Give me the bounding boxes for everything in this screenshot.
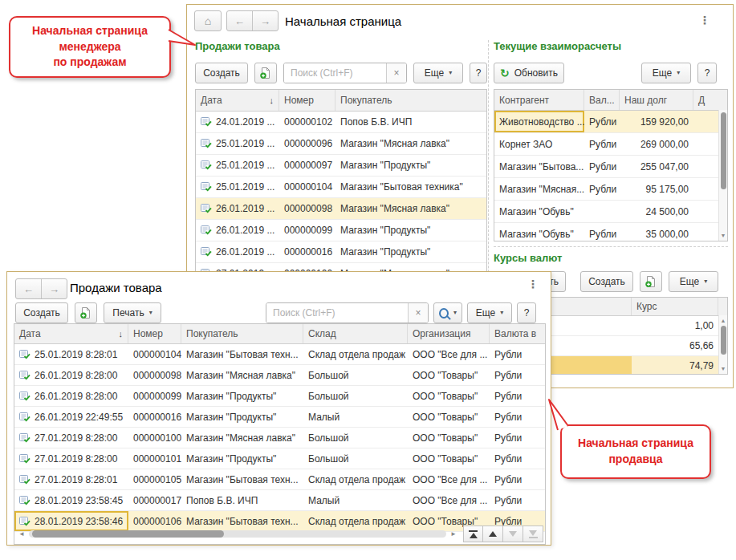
column-organization[interactable]: Организация (408, 324, 490, 343)
currency-value: Рубли (494, 412, 522, 423)
forward-icon: → (260, 15, 270, 27)
table-row[interactable]: 26.01.2019 8:28:00 000000098 Магазин "Мя… (14, 365, 545, 386)
more-button[interactable]: Еще▾ (641, 63, 691, 83)
home-button[interactable]: ⌂ (194, 10, 222, 31)
callout-text: продавца (562, 452, 710, 468)
next-row-button[interactable] (503, 526, 523, 542)
forward-button[interactable]: → (41, 279, 67, 298)
scrollbar-thumb[interactable] (721, 112, 726, 189)
forward-button[interactable]: → (252, 11, 278, 30)
header-filler (718, 298, 727, 315)
column-date[interactable]: Дата↓ (196, 90, 279, 111)
table-row[interactable]: 24.01.2019 ... 000000102 Попов Б.В. ИЧП (196, 112, 486, 133)
create-new-document-button[interactable] (640, 271, 662, 292)
cell-warehouse: Склад отдела продаж (303, 344, 408, 364)
cell-number: 000000104 (279, 177, 335, 197)
refresh-button[interactable]: ↻ Обновить (494, 63, 564, 83)
table-row[interactable]: 26.01.2019 ... 000000016 Магазин "Продук… (196, 241, 486, 263)
menu-icon[interactable]: ⋮ (699, 14, 710, 26)
table-row[interactable]: 25.01.2019 8:28:01 000000104 Магазин "Бы… (14, 344, 545, 365)
column-date[interactable]: Дата↓ (14, 324, 128, 343)
currency-value: Рубли (494, 474, 522, 485)
help-button[interactable]: ? (470, 63, 487, 83)
create-new-document-button[interactable] (75, 302, 97, 323)
scrollbar-thumb[interactable] (721, 326, 726, 355)
column-number[interactable]: Номер (128, 324, 181, 343)
column-contractor[interactable]: Контрагент (494, 90, 584, 110)
cell-buyer: Магазин "Мясная лавка" (181, 365, 303, 385)
help-button[interactable]: ? (697, 63, 717, 83)
date-value: 27.01.2019 8:28:00 (35, 453, 117, 465)
table-row[interactable]: 28.01.2019 23:58:45 000000017 Попов Б.В.… (14, 490, 545, 511)
buyer-value: Магазин "Бытовая техн... (186, 474, 299, 485)
column-our-debt[interactable]: Наш долг (620, 90, 693, 110)
create-button[interactable]: Создать (15, 302, 68, 323)
create-button[interactable]: Создать (195, 63, 248, 83)
chevron-down-icon: ▾ (453, 310, 457, 316)
help-button[interactable]: ? (517, 302, 536, 323)
column-currency[interactable]: Валюта в (490, 324, 545, 343)
column-currency[interactable]: Вал... (584, 90, 620, 110)
table-row[interactable]: Животноводство ... Рубли 159 920,00 (494, 111, 727, 133)
table-row[interactable]: Корнет ЗАО Рубли 269 000,00 (494, 133, 727, 156)
section-divider (494, 246, 728, 247)
column-buyer[interactable]: Покупатель (181, 324, 303, 343)
table-row[interactable]: 26.01.2019 ... 000000098 Магазин "Мясная… (196, 198, 486, 220)
table-row[interactable]: 25.01.2019 ... 000000096 Магазин "Мясная… (196, 133, 486, 155)
more-button[interactable]: Еще▾ (467, 302, 512, 323)
table-row[interactable]: 27.01.2019 8:28:01 000000105 Магазин "Бы… (14, 469, 545, 490)
print-button[interactable]: Печать▾ (104, 302, 161, 323)
menu-icon[interactable]: ⋮ (527, 278, 539, 290)
column-number[interactable]: Номер (279, 90, 335, 111)
create-button[interactable]: Создать (580, 271, 633, 292)
contractor-value: Магазин "Обувь" (499, 206, 574, 217)
help-icon: ? (476, 67, 482, 79)
table-row[interactable]: Магазин "Обувь" Рубли 35 000,00 (494, 223, 727, 241)
back-button[interactable]: ← (227, 11, 252, 30)
scroll-down-icon[interactable]: ▼ (719, 366, 727, 371)
scrollbar-thumb[interactable] (32, 530, 224, 538)
warehouse-value: Малый (308, 412, 340, 423)
vertical-scrollbar[interactable]: ▼ (718, 110, 727, 241)
more-button[interactable]: Еще▾ (413, 63, 463, 83)
search-options-button[interactable]: ▾ (433, 302, 462, 323)
scroll-down-icon[interactable]: ▼ (719, 233, 727, 238)
currency-value: Рубли (494, 432, 522, 444)
table-row[interactable]: 25.01.2019 ... 000000104 Магазин "Бытова… (196, 177, 486, 198)
scroll-left-icon[interactable]: ◄ (18, 531, 25, 538)
cell-number: 000000102 (279, 112, 335, 132)
scroll-right-icon[interactable]: ► (450, 531, 457, 538)
create-button-label: Создать (23, 307, 60, 319)
table-row[interactable]: Магазин "Обувь" 24 500,00 (494, 201, 727, 223)
vertical-scrollbar[interactable]: ▲ ▼ (718, 315, 727, 374)
table-row[interactable]: 25.01.2019 ... 000000097 Магазин "Продук… (196, 155, 486, 177)
clear-search-button[interactable]: × (408, 303, 428, 323)
date-value: 24.01.2019 ... (216, 116, 274, 128)
triangle-up-icon (489, 531, 497, 537)
search-input[interactable] (266, 303, 408, 323)
create-new-document-button[interactable] (254, 63, 277, 83)
horizontal-scrollbar[interactable] (29, 530, 446, 538)
table-row[interactable]: Магазин "Бытова... Рубли 255 047,00 (494, 156, 727, 178)
go-to-last-row-button[interactable] (523, 526, 543, 542)
table-row[interactable]: 26.01.2019 8:28:00 000000099 Магазин "Пр… (14, 386, 545, 407)
column-d[interactable]: Д (693, 90, 727, 110)
back-button[interactable]: ← (16, 279, 41, 298)
print-button-label: Печать (112, 307, 144, 319)
sales-search-field: × (266, 302, 429, 323)
clear-search-button[interactable]: × (386, 63, 406, 83)
search-input[interactable] (284, 63, 386, 83)
table-row[interactable]: Магазин "Мясная... Рубли 95 175,00 (494, 178, 727, 201)
more-button[interactable]: Еще▾ (669, 271, 718, 292)
table-row[interactable]: 27.01.2019 8:28:00 000000101 Магазин "Пр… (14, 448, 545, 469)
table-row[interactable]: 27.01.2019 8:28:00 000000100 Магазин "Мя… (14, 428, 545, 448)
go-to-first-row-button[interactable] (463, 526, 483, 542)
table-row[interactable]: 26.01.2019 ... 000000099 Магазин "Продук… (196, 220, 486, 241)
column-warehouse[interactable]: Склад (303, 324, 408, 343)
table-row[interactable]: 26.01.2019 22:49:55 000000016 Магазин "П… (14, 407, 545, 428)
cell-number: 000000105 (128, 469, 181, 489)
column-rate[interactable]: Курс (632, 298, 718, 315)
column-buyer[interactable]: Покупатель (335, 90, 486, 111)
previous-row-button[interactable] (483, 526, 503, 542)
scroll-up-icon[interactable]: ▲ (719, 318, 727, 323)
